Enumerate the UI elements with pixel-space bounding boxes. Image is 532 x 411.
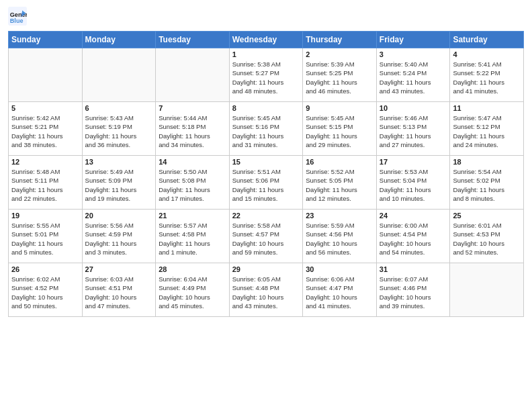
day-number: 11 [453,104,521,112]
logo-icon: General Blue [8,7,27,26]
day-info: Sunrise: 6:00 AM Sunset: 4:54 PM Dayligh… [380,221,447,257]
calendar-cell: 2Sunrise: 5:39 AM Sunset: 5:25 PM Daylig… [303,48,377,102]
day-number: 13 [85,158,153,166]
day-number: 24 [380,212,447,220]
calendar-cell: 15Sunrise: 5:51 AM Sunset: 5:06 PM Dayli… [229,156,303,210]
header: General Blue [8,7,524,26]
calendar-cell: 14Sunrise: 5:50 AM Sunset: 5:08 PM Dayli… [156,156,230,210]
calendar-cell: 6Sunrise: 5:43 AM Sunset: 5:19 PM Daylig… [82,102,156,156]
day-info: Sunrise: 5:42 AM Sunset: 5:21 PM Dayligh… [11,113,79,149]
day-info: Sunrise: 6:06 AM Sunset: 4:47 PM Dayligh… [306,275,373,310]
day-number: 25 [453,212,521,220]
calendar-cell: 22Sunrise: 5:58 AM Sunset: 4:57 PM Dayli… [229,210,303,263]
svg-text:Blue: Blue [10,17,24,24]
calendar-cell: 25Sunrise: 6:01 AM Sunset: 4:53 PM Dayli… [450,210,524,263]
day-number: 19 [11,212,79,220]
calendar-cell: 29Sunrise: 6:05 AM Sunset: 4:48 PM Dayli… [229,263,303,317]
day-number: 17 [380,158,447,166]
calendar-cell: 21Sunrise: 5:57 AM Sunset: 4:58 PM Dayli… [156,210,230,263]
day-info: Sunrise: 5:54 AM Sunset: 5:02 PM Dayligh… [453,167,521,203]
day-number: 9 [306,104,373,112]
day-number: 29 [232,265,300,273]
calendar-cell: 10Sunrise: 5:46 AM Sunset: 5:13 PM Dayli… [376,102,450,156]
day-header-tuesday: Tuesday [156,32,230,48]
day-info: Sunrise: 5:48 AM Sunset: 5:11 PM Dayligh… [11,167,79,203]
calendar-cell: 9Sunrise: 5:45 AM Sunset: 5:15 PM Daylig… [303,102,377,156]
calendar-cell: 18Sunrise: 5:54 AM Sunset: 5:02 PM Dayli… [450,156,524,210]
calendar-cell [450,263,524,317]
calendar-cell: 24Sunrise: 6:00 AM Sunset: 4:54 PM Dayli… [376,210,450,263]
day-info: Sunrise: 5:53 AM Sunset: 5:04 PM Dayligh… [380,167,447,203]
calendar-cell: 30Sunrise: 6:06 AM Sunset: 4:47 PM Dayli… [303,263,377,317]
day-info: Sunrise: 5:59 AM Sunset: 4:56 PM Dayligh… [306,221,373,257]
day-number: 23 [306,212,373,220]
calendar-cell: 16Sunrise: 5:52 AM Sunset: 5:05 PM Dayli… [303,156,377,210]
day-info: Sunrise: 6:02 AM Sunset: 4:52 PM Dayligh… [11,275,79,310]
day-header-thursday: Thursday [303,32,377,48]
day-number: 2 [306,50,373,58]
calendar-cell: 3Sunrise: 5:40 AM Sunset: 5:24 PM Daylig… [376,48,450,102]
day-info: Sunrise: 6:04 AM Sunset: 4:49 PM Dayligh… [159,275,226,310]
calendar-cell: 20Sunrise: 5:56 AM Sunset: 4:59 PM Dayli… [82,210,156,263]
day-info: Sunrise: 5:57 AM Sunset: 4:58 PM Dayligh… [159,221,226,257]
calendar-cell: 1Sunrise: 5:38 AM Sunset: 5:27 PM Daylig… [229,48,303,102]
week-row-0: 1Sunrise: 5:38 AM Sunset: 5:27 PM Daylig… [9,48,524,102]
day-number: 28 [159,265,226,273]
calendar-cell: 13Sunrise: 5:49 AM Sunset: 5:09 PM Dayli… [82,156,156,210]
week-row-1: 5Sunrise: 5:42 AM Sunset: 5:21 PM Daylig… [9,102,524,156]
day-number: 16 [306,158,373,166]
day-info: Sunrise: 5:46 AM Sunset: 5:13 PM Dayligh… [380,113,447,149]
day-info: Sunrise: 5:56 AM Sunset: 4:59 PM Dayligh… [85,221,153,257]
day-number: 4 [453,50,521,58]
day-info: Sunrise: 5:39 AM Sunset: 5:25 PM Dayligh… [306,60,373,95]
calendar-cell: 23Sunrise: 5:59 AM Sunset: 4:56 PM Dayli… [303,210,377,263]
day-number: 6 [85,104,153,112]
calendar-cell [82,48,156,102]
day-header-wednesday: Wednesday [229,32,303,48]
day-info: Sunrise: 5:44 AM Sunset: 5:18 PM Dayligh… [159,113,226,149]
calendar-cell: 19Sunrise: 5:55 AM Sunset: 5:01 PM Dayli… [9,210,83,263]
calendar-cell: 12Sunrise: 5:48 AM Sunset: 5:11 PM Dayli… [9,156,83,210]
day-info: Sunrise: 5:38 AM Sunset: 5:27 PM Dayligh… [232,60,300,95]
calendar-cell: 4Sunrise: 5:41 AM Sunset: 5:22 PM Daylig… [450,48,524,102]
day-info: Sunrise: 6:03 AM Sunset: 4:51 PM Dayligh… [85,275,153,310]
day-number: 22 [232,212,300,220]
day-info: Sunrise: 6:07 AM Sunset: 4:46 PM Dayligh… [380,275,447,310]
calendar-cell [9,48,83,102]
day-info: Sunrise: 5:43 AM Sunset: 5:19 PM Dayligh… [85,113,153,149]
calendar-cell: 17Sunrise: 5:53 AM Sunset: 5:04 PM Dayli… [376,156,450,210]
day-info: Sunrise: 5:50 AM Sunset: 5:08 PM Dayligh… [159,167,226,203]
day-number: 15 [232,158,300,166]
day-number: 1 [232,50,300,58]
week-row-2: 12Sunrise: 5:48 AM Sunset: 5:11 PM Dayli… [9,156,524,210]
day-number: 27 [85,265,153,273]
day-number: 5 [11,104,79,112]
day-info: Sunrise: 5:45 AM Sunset: 5:15 PM Dayligh… [306,113,373,149]
calendar-cell: 27Sunrise: 6:03 AM Sunset: 4:51 PM Dayli… [82,263,156,317]
day-number: 8 [232,104,300,112]
logo: General Blue [8,7,28,26]
day-number: 30 [306,265,373,273]
day-info: Sunrise: 5:58 AM Sunset: 4:57 PM Dayligh… [232,221,300,257]
day-number: 20 [85,212,153,220]
calendar-container: General Blue SundayMondayTuesdayWednesda… [0,0,532,411]
days-of-week-row: SundayMondayTuesdayWednesdayThursdayFrid… [9,32,524,48]
day-header-friday: Friday [376,32,450,48]
calendar-cell: 11Sunrise: 5:47 AM Sunset: 5:12 PM Dayli… [450,102,524,156]
day-number: 7 [159,104,226,112]
calendar-cell: 26Sunrise: 6:02 AM Sunset: 4:52 PM Dayli… [9,263,83,317]
day-info: Sunrise: 5:47 AM Sunset: 5:12 PM Dayligh… [453,113,521,149]
day-info: Sunrise: 5:45 AM Sunset: 5:16 PM Dayligh… [232,113,300,149]
week-row-4: 26Sunrise: 6:02 AM Sunset: 4:52 PM Dayli… [9,263,524,317]
day-info: Sunrise: 5:41 AM Sunset: 5:22 PM Dayligh… [453,60,521,95]
calendar-cell: 28Sunrise: 6:04 AM Sunset: 4:49 PM Dayli… [156,263,230,317]
day-number: 10 [380,104,447,112]
day-header-monday: Monday [82,32,156,48]
week-row-3: 19Sunrise: 5:55 AM Sunset: 5:01 PM Dayli… [9,210,524,263]
day-number: 31 [380,265,447,273]
calendar-cell: 5Sunrise: 5:42 AM Sunset: 5:21 PM Daylig… [9,102,83,156]
day-number: 26 [11,265,79,273]
calendar-header: SundayMondayTuesdayWednesdayThursdayFrid… [9,32,524,48]
day-info: Sunrise: 5:40 AM Sunset: 5:24 PM Dayligh… [380,60,447,95]
day-info: Sunrise: 5:51 AM Sunset: 5:06 PM Dayligh… [232,167,300,203]
